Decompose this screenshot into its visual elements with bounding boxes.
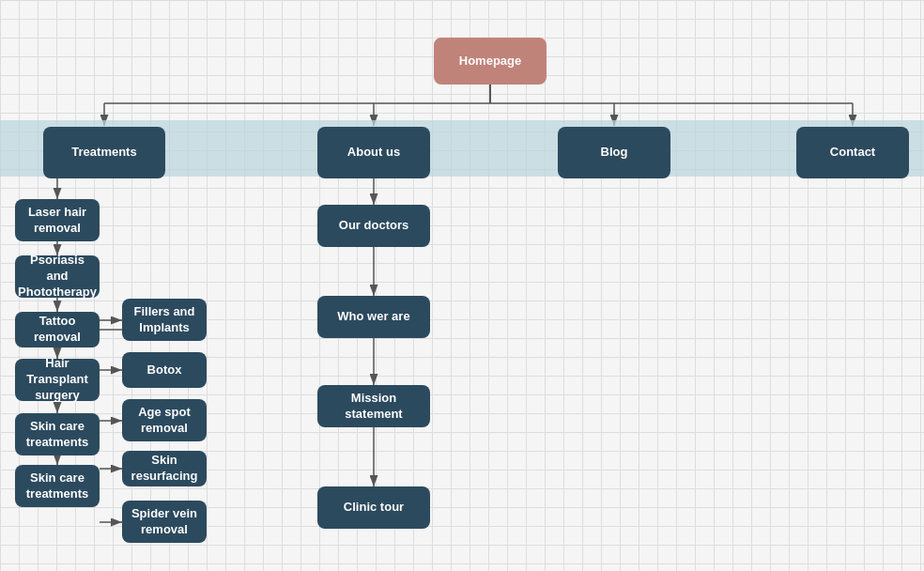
node-contact[interactable]: Contact — [796, 127, 909, 178]
node-skincare1[interactable]: Skin care treatments — [15, 413, 100, 455]
diagram-container: Homepage Treatments About us Blog Contac… — [0, 0, 924, 571]
skincare2-label: Skin care treatments — [23, 471, 92, 502]
node-laser[interactable]: Laser hair removal — [15, 199, 100, 241]
whoweare-label: Who wer are — [337, 309, 409, 325]
node-skinresurfacing[interactable]: Skin resurfacing — [122, 451, 207, 486]
node-hair-transplant[interactable]: Hair Transplant surgery — [15, 359, 100, 401]
botox-label: Botox — [147, 363, 182, 378]
node-clinictour[interactable]: Clinic tour — [317, 486, 430, 529]
node-blog[interactable]: Blog — [558, 127, 670, 178]
node-mission[interactable]: Mission statement — [317, 385, 430, 427]
node-agespot[interactable]: Age spot removal — [122, 399, 207, 441]
spidervein-label: Spider vein removal — [130, 506, 199, 538]
node-aboutus[interactable]: About us — [317, 127, 430, 178]
node-whoweare[interactable]: Who wer are — [317, 296, 430, 338]
laser-label: Laser hair removal — [23, 205, 92, 237]
ourdoctors-label: Our doctors — [339, 218, 408, 234]
homepage-label: Homepage — [459, 54, 521, 69]
tattoo-label: Tattoo removal — [23, 314, 92, 346]
blog-label: Blog — [601, 145, 628, 161]
node-botox[interactable]: Botox — [122, 352, 207, 388]
contact-label: Contact — [830, 145, 875, 161]
psoriasis-label: Psoriasis and Phototherapy — [18, 253, 97, 301]
aboutus-label: About us — [347, 145, 400, 161]
hair-transplant-label: Hair Transplant surgery — [23, 356, 92, 404]
skincare1-label: Skin care treatments — [23, 419, 92, 451]
skinresurfacing-label: Skin resurfacing — [130, 453, 199, 485]
fillers-label: Fillers and Implants — [130, 304, 199, 336]
mission-label: Mission statement — [325, 391, 423, 423]
node-skincare2[interactable]: Skin care treatments — [15, 465, 100, 507]
node-psoriasis[interactable]: Psoriasis and Phototherapy — [15, 255, 100, 298]
node-fillers[interactable]: Fillers and Implants — [122, 299, 207, 341]
node-spidervein[interactable]: Spider vein removal — [122, 501, 207, 543]
treatments-label: Treatments — [71, 145, 136, 161]
clinictour-label: Clinic tour — [344, 500, 404, 516]
agespot-label: Age spot removal — [130, 405, 199, 437]
node-treatments[interactable]: Treatments — [43, 127, 165, 178]
node-tattoo[interactable]: Tattoo removal — [15, 312, 100, 347]
node-homepage[interactable]: Homepage — [434, 38, 547, 85]
node-ourdoctors[interactable]: Our doctors — [317, 205, 430, 247]
